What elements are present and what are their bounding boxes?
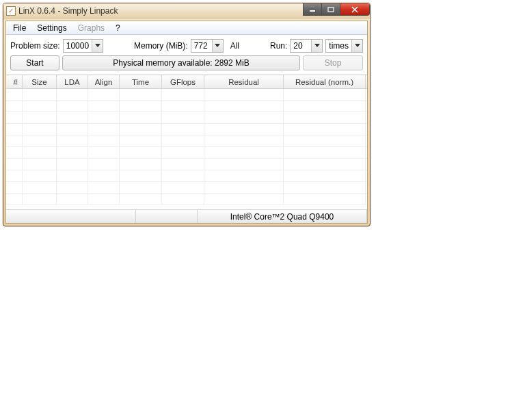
minimize-button[interactable] [303, 3, 322, 16]
status-cell-1 [6, 210, 136, 223]
titlebar[interactable]: LinX 0.6.4 - Simply Linpack [3, 3, 370, 18]
chevron-down-icon [215, 44, 220, 48]
start-button[interactable]: Start [10, 55, 59, 70]
table-row [6, 147, 367, 159]
table-row [6, 89, 367, 101]
col-residual-norm[interactable]: Residual (norm.) [284, 75, 366, 88]
app-icon [6, 6, 16, 16]
col-align[interactable]: Align [88, 75, 120, 88]
problem-size-value: 10000 [64, 41, 92, 51]
table-row [6, 112, 367, 124]
menu-graphs[interactable]: Graphs [72, 22, 110, 34]
chevron-down-icon [95, 44, 100, 48]
col-time[interactable]: Time [120, 75, 162, 88]
window-controls [304, 3, 370, 16]
table-row [6, 170, 367, 182]
col-gflops[interactable]: GFlops [162, 75, 204, 88]
memory-dropdown-icon[interactable] [212, 40, 223, 52]
menu-help[interactable]: ? [110, 22, 126, 34]
problem-size-combo[interactable]: 10000 [63, 39, 103, 53]
minimize-icon [309, 7, 316, 12]
col-lda[interactable]: LDA [57, 75, 88, 88]
maximize-button[interactable] [321, 3, 340, 16]
grid-body[interactable] [6, 89, 367, 209]
memory-label: Memory (MiB): [134, 41, 188, 51]
mode-dropdown-icon[interactable] [351, 40, 362, 52]
close-icon [351, 6, 359, 13]
menubar: File Settings Graphs ? [6, 21, 367, 35]
table-row [6, 124, 367, 135]
table-row [6, 101, 367, 112]
grid-header: # Size LDA Align Time GFlops Residual Re… [6, 75, 367, 89]
col-size[interactable]: Size [23, 75, 57, 88]
stop-button[interactable]: Stop [303, 55, 363, 70]
statusbar: Intel® Core™2 Quad Q9400 [6, 209, 367, 223]
menu-file[interactable]: File [8, 22, 31, 34]
table-row [6, 159, 367, 170]
chevron-down-icon [314, 44, 320, 48]
col-number[interactable]: # [6, 75, 23, 88]
run-combo[interactable]: 20 [290, 39, 323, 53]
buttons-row: Start Physical memory available: 2892 Mi… [6, 55, 367, 75]
app-window: LinX 0.6.4 - Simply Linpack File Setting… [3, 3, 371, 226]
memory-status: Physical memory available: 2892 MiB [62, 55, 300, 70]
results-grid: # Size LDA Align Time GFlops Residual Re… [6, 75, 367, 209]
memory-value: 772 [191, 41, 212, 51]
svg-rect-1 [328, 8, 334, 12]
mode-combo[interactable]: times [325, 39, 363, 53]
status-cell-2 [136, 210, 198, 223]
run-value: 20 [291, 41, 311, 51]
controls-row: Problem size: 10000 Memory (MiB): 772 Al… [6, 35, 367, 55]
run-dropdown-icon[interactable] [311, 40, 322, 52]
status-cpu: Intel® Core™2 Quad Q9400 [198, 210, 367, 223]
run-label: Run: [270, 41, 287, 51]
client-area: File Settings Graphs ? Problem size: 100… [5, 21, 368, 224]
window-title: LinX 0.6.4 - Simply Linpack [18, 6, 304, 16]
col-residual[interactable]: Residual [204, 75, 284, 88]
close-button[interactable] [340, 3, 370, 16]
mode-value: times [326, 41, 351, 51]
maximize-icon [327, 7, 334, 12]
memory-combo[interactable]: 772 [191, 39, 224, 53]
svg-rect-0 [310, 10, 315, 12]
problem-size-label: Problem size: [10, 41, 60, 51]
problem-size-dropdown-icon[interactable] [92, 40, 103, 52]
table-row [6, 135, 367, 147]
menu-settings[interactable]: Settings [31, 22, 72, 34]
table-row [6, 182, 367, 194]
chevron-down-icon [355, 44, 360, 48]
table-row [6, 194, 367, 205]
all-label[interactable]: All [226, 41, 239, 51]
